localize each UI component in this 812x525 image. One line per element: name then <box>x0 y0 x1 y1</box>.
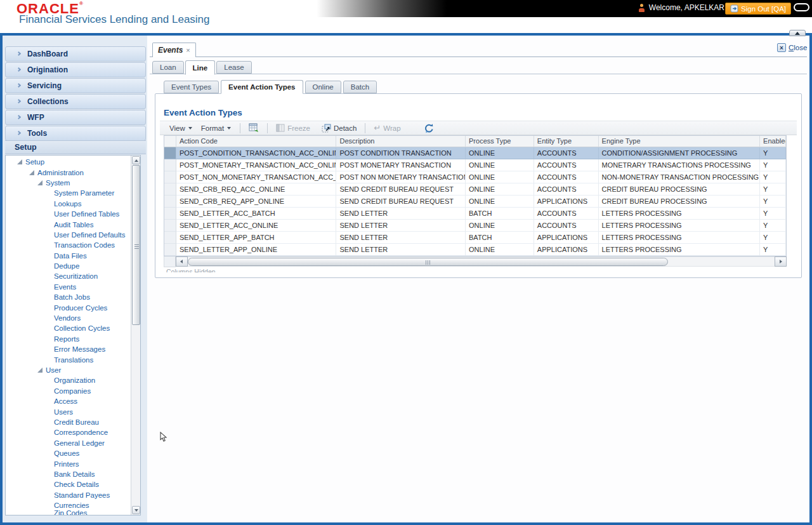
tree-item-reports[interactable]: Reports <box>6 334 130 344</box>
tree-item-securitization[interactable]: Securitization <box>6 271 130 281</box>
sidebar-item-tools[interactable]: Tools <box>5 126 146 141</box>
detach-button[interactable]: Detach <box>318 124 360 133</box>
tree-item-bank-details[interactable]: Bank Details <box>6 469 130 479</box>
column-header-entity-type[interactable]: Entity Type <box>534 136 599 147</box>
scroll-right-button[interactable] <box>775 256 787 267</box>
tree-item-data-files[interactable]: Data Files <box>6 251 130 261</box>
tree-item-printers[interactable]: Printers <box>6 458 130 469</box>
sidebar-item-collections[interactable]: Collections <box>5 94 146 109</box>
tree-item-standard-payees[interactable]: Standard Payees <box>6 490 130 500</box>
column-header-process-type[interactable]: Process Type <box>466 136 534 147</box>
tree-item-lookups[interactable]: Lookups <box>6 199 130 209</box>
tree-item-credit-bureau[interactable]: Credit Bureau <box>6 417 130 427</box>
column-header-description[interactable]: Description <box>336 136 466 147</box>
tree-scrollbar[interactable] <box>131 156 140 515</box>
table-horizontal-scrollbar[interactable] <box>164 256 787 267</box>
tree-item-organization[interactable]: Organization <box>6 375 130 385</box>
oval-icon[interactable] <box>794 3 809 11</box>
table-row[interactable]: SEND_LETTER_APP_BATCH SEND LETTER BATCH … <box>164 232 786 244</box>
scroll-up-button[interactable] <box>132 156 140 164</box>
table-row[interactable]: POST_NON_MONETARY_TRANSACTION_ACC_ON... … <box>164 171 786 183</box>
tree-item-transaction-codes[interactable]: Transaction Codes <box>6 240 130 250</box>
tab-events[interactable]: Events × <box>152 43 196 57</box>
tree-item-vendors[interactable]: Vendors <box>6 313 130 323</box>
sidebar-item-setup[interactable]: Setup <box>5 140 146 154</box>
expanded-node-icon[interactable] <box>17 159 22 164</box>
tab-line[interactable]: Line <box>185 60 216 75</box>
sidebar-item-servicing[interactable]: Servicing <box>5 78 146 93</box>
view-menu-button[interactable]: View <box>165 124 197 132</box>
tree-item-correspondence[interactable]: Correspondence <box>6 427 130 437</box>
row-selector[interactable] <box>164 208 176 220</box>
tab-online[interactable]: Online <box>305 81 341 93</box>
scrollbar-thumb[interactable] <box>188 258 668 266</box>
table-row[interactable]: SEND_LETTER_ACC_ONLINE SEND LETTER ONLIN… <box>164 220 786 232</box>
tree-item-system[interactable]: System <box>6 178 130 188</box>
row-selector[interactable] <box>164 183 176 196</box>
tab-close-icon[interactable]: × <box>186 46 190 54</box>
tree-item-clipped[interactable]: Zip Codes <box>6 510 130 515</box>
collapse-panel-button[interactable] <box>789 30 806 36</box>
scroll-left-button[interactable] <box>176 256 188 267</box>
row-selector[interactable] <box>164 244 176 256</box>
sidebar-item-wfp[interactable]: WFP <box>5 110 146 125</box>
row-selector[interactable] <box>164 220 176 232</box>
table-row-selected[interactable]: POST_CONDITION_TRANSACTION_ACC_ONLINE PO… <box>164 147 786 159</box>
tree-scrollbar-thumb[interactable] <box>132 165 140 325</box>
tree-item-dedupe[interactable]: Dedupe <box>6 261 130 271</box>
row-selector[interactable] <box>164 196 176 208</box>
tab-batch[interactable]: Batch <box>343 81 377 93</box>
tree-item-administration[interactable]: Administration <box>6 167 130 177</box>
tree-item-companies[interactable]: Companies <box>6 386 130 396</box>
row-selector[interactable] <box>164 159 176 171</box>
tree-item-system-parameter[interactable]: System Parameter <box>6 188 130 198</box>
tree-item-collection-cycles[interactable]: Collection Cycles <box>6 323 130 333</box>
column-header-engine-type[interactable]: Engine Type <box>599 136 760 147</box>
tree-item-setup[interactable]: Setup <box>6 157 130 167</box>
sign-out-button[interactable]: Sign Out [QA] <box>725 3 791 15</box>
expanded-node-icon[interactable] <box>37 180 43 185</box>
format-menu-button[interactable]: Format <box>197 124 235 132</box>
user-menu[interactable]: Welcome, APKELKAR <box>638 3 735 12</box>
tree-item-user-defined-tables[interactable]: User Defined Tables <box>6 209 130 219</box>
row-selector[interactable] <box>164 171 176 183</box>
tree-item-queues[interactable]: Queues <box>6 448 130 458</box>
tree-item-translations[interactable]: Translations <box>6 354 130 364</box>
row-selector[interactable] <box>164 147 176 159</box>
table-row[interactable]: SEND_LETTER_ACC_BATCH SEND LETTER BATCH … <box>164 208 786 220</box>
table-row[interactable]: POST_MONETARY_TRANSACTION_ACC_ONLINE POS… <box>164 159 786 171</box>
tree-item-users[interactable]: Users <box>6 406 130 416</box>
tree-item-batch-jobs[interactable]: Batch Jobs <box>6 292 130 302</box>
tree-item-check-details[interactable]: Check Details <box>6 479 130 489</box>
tab-lease[interactable]: Lease <box>216 61 251 74</box>
table-row[interactable]: SEND_CRB_REQ_ACC_ONLINE SEND CREDIT BURE… <box>164 183 786 196</box>
close-button[interactable]: × Close <box>777 43 807 52</box>
tree-item-user[interactable]: User <box>6 365 130 375</box>
column-header-action-code[interactable]: Action Code <box>176 136 336 147</box>
scroll-down-button[interactable] <box>132 506 140 514</box>
freeze-button[interactable]: Freeze <box>272 124 314 132</box>
row-selector[interactable] <box>164 232 176 244</box>
scrollbar-track[interactable] <box>188 256 775 267</box>
tree-item-currencies[interactable]: Currencies <box>6 500 130 510</box>
sidebar-item-origination[interactable]: Origination <box>5 62 146 77</box>
tab-event-action-types[interactable]: Event Action Types <box>221 80 303 94</box>
tree-item-audit-tables[interactable]: Audit Tables <box>6 219 130 229</box>
expanded-node-icon[interactable] <box>29 170 34 175</box>
refresh-button[interactable] <box>420 123 438 133</box>
tree-item-access[interactable]: Access <box>6 396 130 406</box>
tree-item-events[interactable]: Events <box>6 282 130 292</box>
sidebar-item-dashboard[interactable]: DashBoard <box>5 46 146 62</box>
column-header-enabled[interactable]: Enabled <box>760 136 786 147</box>
tree-item-general-ledger[interactable]: General Ledger <box>6 438 130 448</box>
tree-item-error-messages[interactable]: Error Messages <box>6 344 130 354</box>
tab-event-types[interactable]: Event Types <box>164 81 219 93</box>
table-row[interactable]: SEND_LETTER_APP_ONLINE SEND LETTER ONLIN… <box>164 244 786 256</box>
tree-item-producer-cycles[interactable]: Producer Cycles <box>6 302 130 312</box>
tree-item-user-defined-defaults[interactable]: User Defined Defaults <box>6 230 130 240</box>
wrap-button[interactable]: ↵ Wrap <box>370 123 404 133</box>
tab-loan[interactable]: Loan <box>152 61 184 74</box>
table-row[interactable]: SEND_CRB_REQ_APP_ONLINE SEND CREDIT BURE… <box>164 196 786 208</box>
query-by-example-button[interactable] <box>245 123 263 133</box>
expanded-node-icon[interactable] <box>37 368 43 373</box>
